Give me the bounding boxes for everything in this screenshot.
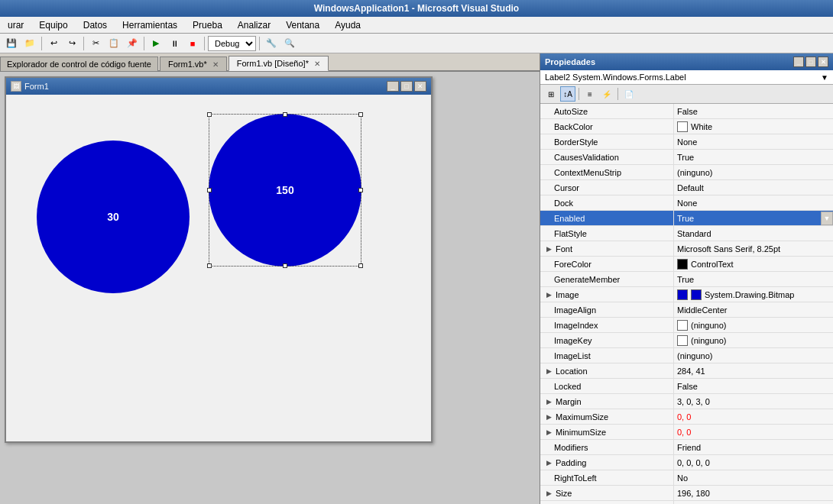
handle-ml[interactable] (207, 188, 212, 192)
props-sort-alpha[interactable]: ↕A (560, 86, 575, 102)
tab-explorer[interactable]: Explorador de control de código fuente (0, 57, 158, 71)
expand-icon[interactable]: ▶ (543, 412, 554, 422)
form-maximize[interactable]: □ (400, 81, 413, 92)
handle-bl[interactable] (207, 263, 212, 268)
props-row[interactable]: DockNone (540, 195, 833, 211)
menu-datos[interactable]: Datos (79, 18, 112, 32)
prop-dropdown-btn[interactable]: ▼ (821, 212, 833, 225)
form-close[interactable]: ✕ (414, 81, 426, 92)
toolbar-undo[interactable]: ↩ (45, 35, 62, 52)
props-row[interactable]: ▶MaximumSize0, 0 (540, 409, 833, 425)
props-value-wrap: 0, 0 (674, 428, 833, 437)
props-row[interactable]: TabIndex1 (540, 501, 833, 504)
props-row[interactable]: ForeColorControlText (540, 257, 833, 272)
props-row[interactable]: ImageKey(ninguno) (540, 333, 833, 348)
tab-form1-vb[interactable]: Form1.vb* ✕ (160, 57, 227, 71)
prop-value-text: True (677, 275, 694, 284)
props-row[interactable]: GenerateMemberTrue (540, 272, 833, 287)
props-object-selector[interactable]: Label2 System.Windows.Forms.Label ▼ (540, 70, 833, 85)
props-row[interactable]: ▶FontMicrosoft Sans Serif, 8.25pt (540, 241, 833, 257)
toolbar-open[interactable]: 📁 (21, 35, 38, 52)
toolbar-paste[interactable]: 📌 (124, 35, 141, 52)
toolbar-extra2[interactable]: 🔍 (281, 35, 298, 52)
props-row[interactable]: CausesValidationTrue (540, 150, 833, 165)
expand-icon[interactable]: ▶ (543, 366, 554, 376)
prop-value-text: True (677, 153, 694, 162)
props-sort-category[interactable]: ⊞ (543, 86, 559, 102)
expand-icon[interactable]: ▶ (543, 396, 554, 407)
props-row[interactable]: ContextMenuStrip(ninguno) (540, 165, 833, 180)
expand-icon[interactable]: ▶ (543, 427, 554, 438)
form-minimize[interactable]: _ (387, 81, 399, 92)
menu-urar[interactable]: urar (3, 18, 28, 32)
props-row[interactable]: ▶Padding0, 0, 0, 0 (540, 455, 833, 470)
prop-label: Font (556, 244, 572, 254)
toolbar-extra1[interactable]: 🔧 (263, 35, 280, 52)
props-row[interactable]: AutoSizeFalse (540, 104, 833, 119)
tab-form1-design-close[interactable]: ✕ (314, 60, 320, 68)
prop-value-text: False (677, 382, 698, 391)
props-name: BackColor (540, 119, 674, 134)
handle-tm[interactable] (283, 112, 287, 117)
toolbar-redo[interactable]: ↪ (63, 35, 80, 52)
props-object-dropdown-icon[interactable]: ▼ (821, 73, 828, 82)
props-name: ImageIndex (540, 318, 674, 332)
handle-tr[interactable] (358, 112, 363, 117)
tab-form1-vb-close[interactable]: ✕ (212, 60, 219, 69)
props-row[interactable]: ▶Location284, 41 (540, 363, 833, 379)
props-name: Cursor (540, 180, 674, 195)
props-row[interactable]: BorderStyleNone (540, 134, 833, 150)
props-value-wrap: ControlText (674, 259, 833, 270)
props-row[interactable]: EnabledTrue▼ (540, 211, 833, 226)
props-maximize[interactable]: □ (805, 57, 816, 67)
toolbar-cut[interactable]: ✂ (87, 35, 104, 52)
title-bar: WindowsApplication1 - Microsoft Visual S… (0, 0, 833, 17)
props-row[interactable]: ModifiersFriend (540, 440, 833, 455)
menu-ventana[interactable]: Ventana (281, 18, 324, 32)
expand-icon[interactable]: ▶ (543, 244, 554, 254)
handle-br[interactable] (358, 263, 363, 268)
props-row[interactable]: ImageList(ninguno) (540, 348, 833, 363)
props-row[interactable]: ▶Margin3, 0, 3, 0 (540, 394, 833, 409)
props-row[interactable]: ImageAlignMiddleCenter (540, 302, 833, 318)
debug-config-select[interactable]: Debug (208, 36, 256, 51)
props-row[interactable]: ImageIndex(ninguno) (540, 318, 833, 333)
menu-analizar[interactable]: Analizar (233, 18, 275, 32)
props-row[interactable]: ▶Size196, 180 (540, 486, 833, 501)
props-title-controls: _ □ ✕ (793, 57, 828, 67)
expand-icon[interactable]: ▶ (543, 488, 554, 499)
menu-equipo[interactable]: Equipo (34, 18, 72, 32)
tab-form1-design[interactable]: Form1.vb [Diseño]* ✕ (229, 56, 329, 71)
menu-ayuda[interactable]: Ayuda (330, 18, 365, 32)
handle-bm[interactable] (283, 263, 287, 268)
expand-icon[interactable]: ▶ (543, 457, 554, 468)
props-row[interactable]: BackColorWhite (540, 119, 833, 134)
menu-prueba[interactable]: Prueba (188, 18, 227, 32)
props-name: Locked (540, 379, 674, 393)
circle-1[interactable]: 30 (37, 141, 190, 293)
prop-value: True (674, 275, 833, 284)
props-row[interactable]: ▶ImageSystem.Drawing.Bitmap (540, 287, 833, 302)
props-row[interactable]: ▶MinimumSize0, 0 (540, 425, 833, 440)
toolbar-save[interactable]: 💾 (3, 35, 20, 52)
props-minimize[interactable]: _ (793, 57, 804, 67)
props-props-btn[interactable]: ≡ (582, 86, 598, 102)
toolbar-stop[interactable]: ■ (184, 35, 201, 52)
props-close[interactable]: ✕ (818, 57, 828, 67)
handle-mr[interactable] (358, 188, 363, 192)
toolbar-pause[interactable]: ⏸ (166, 35, 183, 52)
toolbar-run[interactable]: ▶ (147, 35, 164, 52)
expand-icon[interactable]: ▶ (543, 289, 554, 300)
props-row[interactable]: CursorDefault (540, 180, 833, 195)
props-events-btn[interactable]: ⚡ (599, 86, 614, 102)
handle-tl[interactable] (207, 112, 212, 117)
toolbar-copy[interactable]: 📋 (105, 35, 122, 52)
prop-value: System.Drawing.Bitmap (674, 289, 833, 300)
props-row[interactable]: FlatStyleStandard (540, 226, 833, 241)
props-name: ▶Margin (540, 394, 674, 409)
props-row[interactable]: LockedFalse (540, 379, 833, 394)
menu-herramientas[interactable]: Herramientas (118, 18, 182, 32)
props-row[interactable]: RightToLeftNo (540, 470, 833, 486)
props-pages-btn[interactable]: 📄 (621, 86, 637, 102)
prop-label: RightToLeft (554, 473, 597, 483)
